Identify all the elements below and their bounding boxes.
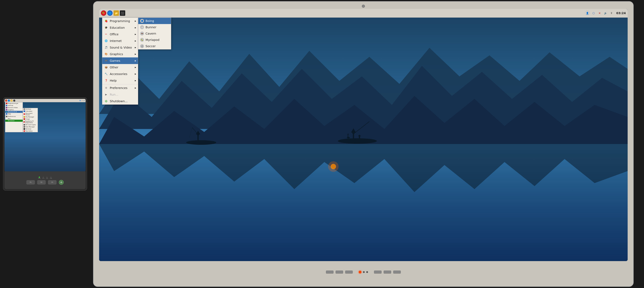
menu-prefs-label: Preferences bbox=[110, 86, 133, 90]
lsm-calculator[interactable]: Calculator bbox=[23, 110, 38, 112]
lsm-taskmanager[interactable]: Task Manager bbox=[23, 126, 38, 128]
taskbar-mic-icon[interactable]: 🎙 bbox=[609, 11, 614, 15]
lsm-image[interactable]: Image bbox=[23, 118, 38, 120]
f1-button[interactable]: F1 bbox=[26, 180, 35, 184]
taskbar-user-icon[interactable]: 👤 bbox=[585, 11, 590, 16]
submenu-soccer[interactable]: ⚽ Soccer bbox=[138, 43, 171, 49]
folder-taskbar-icon[interactable]: 📁 bbox=[114, 10, 119, 16]
lsm-image-icon bbox=[24, 118, 25, 120]
lm-help-icon bbox=[6, 113, 7, 115]
lm-accessories[interactable]: Accessories▶ bbox=[5, 111, 23, 113]
left-menu-container: Programming▶ Internet Sound & Video Grap… bbox=[5, 102, 38, 132]
lsm-terminal[interactable]: Terminal bbox=[23, 128, 38, 130]
terminal-taskbar-icon[interactable]: ⬛ bbox=[120, 10, 125, 16]
menu-help-icon: ❓ bbox=[104, 79, 108, 83]
taskbar-right: 👤 ⬡ ✕ 🔊 🎙 03:24 bbox=[585, 11, 626, 16]
left-folder-icon[interactable]: 📁 bbox=[10, 100, 12, 102]
lm-sound-icon bbox=[6, 107, 7, 108]
submenu-boing-icon: 🔵 bbox=[140, 19, 144, 23]
menu-help[interactable]: ❓ Help ▶ bbox=[102, 77, 138, 84]
lm-sound[interactable]: Sound & Video bbox=[5, 107, 23, 109]
bottom-btn-4[interactable] bbox=[374, 270, 382, 273]
menu-divider-1 bbox=[102, 84, 138, 84]
mountains-svg bbox=[99, 9, 628, 261]
menu-sound-label: Sound & Video bbox=[110, 46, 133, 49]
small-dot-1 bbox=[363, 271, 365, 273]
menu-internet-icon: 🌐 bbox=[104, 39, 108, 43]
menu-games[interactable]: 🎮 Games ▶ bbox=[102, 57, 138, 64]
taskbar-network-icon[interactable]: ✕ bbox=[597, 11, 602, 15]
menu-programming[interactable]: 🍓 Programming ▶ bbox=[102, 18, 138, 24]
left-terminal-icon[interactable]: ⬛ bbox=[13, 100, 15, 102]
menu-graphics[interactable]: 🎨 Graphics ▶ bbox=[102, 51, 138, 57]
bottom-btn-3[interactable] bbox=[345, 270, 353, 273]
menu-preferences[interactable]: ⚙ Preferences ▶ bbox=[102, 85, 138, 91]
submenu-cavern-label: Cavern bbox=[146, 32, 156, 35]
menu-help-label: Help bbox=[110, 79, 133, 82]
menu-education[interactable]: 🎓 Education ▶ bbox=[102, 24, 138, 31]
right-taskbar: 🍓 🌐 📁 ⬛ 👤 ⬡ ✕ 🔊 🎙 03:24 bbox=[99, 9, 628, 18]
lm-help[interactable]: Help bbox=[5, 113, 23, 115]
lm-run-icon bbox=[6, 118, 7, 119]
submenu-bunner[interactable]: 🐇 Bunner bbox=[138, 24, 171, 30]
submenu-boing-label: Boing bbox=[146, 19, 154, 23]
menu-sound-video[interactable]: 🎵 Sound & Video ▶ bbox=[102, 44, 138, 51]
menu-accessories-icon: 🔧 bbox=[104, 72, 108, 76]
lsm-sdcopier[interactable]: SD Card Copier bbox=[23, 124, 38, 126]
submenu-myriapod[interactable]: 🐛 Myriapod bbox=[138, 37, 171, 43]
lm-graphics-icon bbox=[6, 109, 7, 111]
submenu-boing[interactable]: 🔵 Boing bbox=[138, 18, 171, 24]
sta-dot bbox=[46, 177, 48, 178]
submenu-myriapod-icon: 🐛 bbox=[140, 38, 144, 42]
menu-accessories-label: Accessories bbox=[110, 72, 133, 76]
bottom-btn-5[interactable] bbox=[384, 270, 391, 273]
menu-other[interactable]: 📦 Other ▶ bbox=[102, 64, 138, 71]
taskbar-volume-icon[interactable]: 🔊 bbox=[603, 11, 608, 15]
svg-point-6 bbox=[186, 140, 216, 145]
lm-internet[interactable]: Internet bbox=[5, 105, 23, 107]
lsm-texteditor-icon bbox=[24, 130, 25, 132]
left-globe-icon[interactable]: 🌐 bbox=[8, 100, 10, 102]
lsm-archiver[interactable]: Archiver bbox=[23, 108, 38, 110]
left-screen: 🍓 🌐 📁 ⬛ 👤 ⬡ ✕ 🔊 Programming▶ Internet bbox=[4, 99, 86, 171]
lm-graphics[interactable]: Graphics bbox=[5, 109, 23, 111]
bottom-btn-6[interactable] bbox=[393, 270, 401, 273]
left-device: 🍓 🌐 📁 ⬛ 👤 ⬡ ✕ 🔊 Programming▶ Internet bbox=[3, 97, 87, 191]
left-sys-icons: 👤 ⬡ ✕ 🔊 bbox=[80, 100, 85, 101]
bottom-btn-2[interactable] bbox=[336, 270, 343, 273]
menu-office[interactable]: ✏️ Office ▶ bbox=[102, 31, 138, 38]
lsm-rpidiag[interactable]: Raspberry Pi Diagnostics bbox=[23, 120, 38, 124]
menu-shutdown[interactable]: ⏻ Shutdown... bbox=[102, 98, 138, 105]
f2-button[interactable]: F2 bbox=[37, 180, 46, 184]
f3-button[interactable]: F3 bbox=[48, 180, 56, 184]
left-sub-menu: Archiver Calculator Document Viewer File… bbox=[23, 108, 38, 132]
lm-shutdown[interactable]: Shutdown bbox=[5, 120, 23, 122]
menu-run: ▶ Run... bbox=[102, 91, 138, 98]
lm-programming[interactable]: Programming▶ bbox=[5, 102, 23, 105]
browser-taskbar-icon[interactable]: 🌐 bbox=[107, 10, 112, 16]
lsm-terminal-icon bbox=[24, 128, 25, 130]
left-power-button[interactable] bbox=[59, 180, 64, 185]
right-bottom-controls bbox=[96, 262, 630, 282]
menu-internet[interactable]: 🌐 Internet ▶ bbox=[102, 38, 138, 44]
right-bg bbox=[99, 9, 628, 261]
raspberry-taskbar-icon[interactable]: 🍓 bbox=[101, 10, 106, 16]
menu-internet-arrow: ▶ bbox=[135, 40, 136, 42]
lsm-docviewer-icon bbox=[24, 113, 25, 115]
lm-preferences[interactable]: Preferences bbox=[5, 115, 23, 118]
lsm-texteditor[interactable]: Text Editor bbox=[23, 130, 38, 132]
power-led bbox=[359, 271, 362, 273]
sys-indicator-group: SYS bbox=[42, 177, 44, 179]
left-raspberry-icon[interactable]: 🍓 bbox=[5, 100, 7, 102]
center-indicator-group bbox=[359, 271, 368, 273]
games-submenu: 🔵 Boing 🐇 Bunner 🦇 Cavern 🐛 Myriapod ⚽ S… bbox=[138, 18, 171, 50]
menu-accessories[interactable]: 🔧 Accessories ▶ bbox=[102, 71, 138, 77]
bottom-btn-1[interactable] bbox=[326, 270, 334, 273]
pwr-dot bbox=[39, 177, 40, 178]
lsm-filemanager[interactable]: File Manager bbox=[23, 116, 38, 118]
svg-rect-13 bbox=[353, 133, 354, 139]
svg-rect-7 bbox=[198, 135, 199, 140]
taskbar-bluetooth-icon[interactable]: ⬡ bbox=[591, 11, 596, 15]
submenu-cavern[interactable]: 🦇 Cavern bbox=[138, 30, 171, 37]
lsm-docviewer[interactable]: Document Viewer bbox=[23, 112, 38, 116]
